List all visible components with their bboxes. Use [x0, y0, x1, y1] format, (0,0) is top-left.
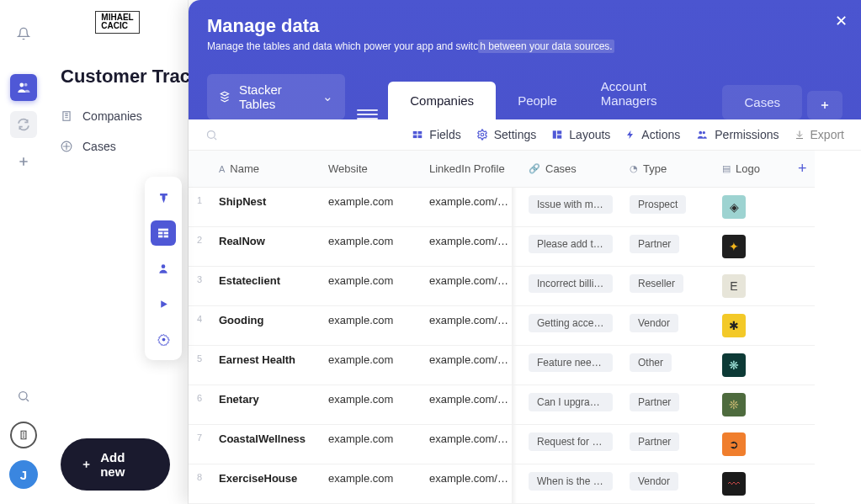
cell-logo[interactable]: 〰 [714, 464, 789, 504]
tool-brush-icon[interactable] [151, 185, 176, 210]
cell-logo[interactable]: ✦ [714, 227, 789, 267]
cell-type[interactable]: Partner [621, 425, 714, 464]
cell-name[interactable]: Enetary [210, 385, 320, 425]
nav-cases[interactable]: Cases [47, 131, 188, 162]
modal-subtitle: Manage the tables and data which power y… [207, 40, 842, 52]
tool-layouts[interactable]: Layouts [551, 128, 610, 141]
cell-name[interactable]: RealNow [210, 227, 320, 267]
cell-name[interactable]: ShipNest [210, 188, 320, 227]
col-logo[interactable]: ▤Logo [714, 151, 789, 188]
tab-cases[interactable]: Cases [722, 85, 802, 119]
col-cases[interactable]: 🔗Cases [520, 151, 621, 188]
cell-website[interactable]: example.com [320, 425, 421, 464]
cell-linkedin[interactable]: example.com/enetary [421, 385, 520, 425]
tool-permissions[interactable]: Permissions [695, 128, 779, 141]
close-icon[interactable]: ✕ [835, 12, 848, 30]
cell-logo[interactable]: E [714, 267, 789, 306]
cell-logo[interactable]: ◈ [714, 188, 789, 227]
cell-logo[interactable]: ❊ [714, 385, 789, 425]
row-number: 7 [189, 425, 210, 464]
cell-case[interactable]: Getting access to beta [520, 306, 621, 346]
cell-website[interactable]: example.com [320, 188, 421, 227]
cell-linkedin[interactable]: example.com/exercisehouse [421, 464, 520, 504]
svg-point-11 [162, 264, 166, 268]
cell-logo[interactable]: ➲ [714, 425, 789, 464]
tool-actions[interactable]: Actions [625, 128, 680, 141]
cell-case[interactable]: Request for information [520, 425, 621, 464]
cell-empty [789, 267, 815, 306]
sync-app-icon[interactable] [10, 111, 37, 138]
search-global-icon[interactable] [10, 383, 37, 410]
add-column-button[interactable]: + [789, 151, 815, 188]
col-type[interactable]: ◔Type [621, 151, 714, 188]
cell-website[interactable]: example.com [320, 306, 421, 346]
cell-linkedin[interactable]: example.com/shipnest [421, 188, 520, 227]
cell-linkedin[interactable]: example.com/earnesthealth [421, 346, 520, 385]
tab-account-managers[interactable]: Account Managers [579, 67, 718, 119]
cell-case[interactable]: Please add this feature [520, 227, 621, 267]
tool-fields[interactable]: Fields [412, 128, 460, 141]
cell-case[interactable]: Incorrect billing information [520, 267, 621, 306]
cell-type[interactable]: Reseller [621, 267, 714, 306]
tool-play-icon[interactable] [151, 291, 176, 316]
cell-type[interactable]: Other [621, 346, 714, 385]
add-app-icon[interactable] [10, 148, 37, 175]
bell-icon[interactable] [10, 20, 37, 47]
tool-settings[interactable]: Settings [476, 128, 537, 141]
tables-source-selector[interactable]: Stacker Tables ⌄ [207, 74, 345, 119]
cell-logo[interactable]: ❋ [714, 346, 789, 385]
user-avatar[interactable]: J [9, 460, 38, 489]
row-number: 3 [189, 267, 210, 306]
svg-rect-6 [158, 229, 168, 231]
tool-table-icon[interactable] [151, 220, 176, 246]
tool-gear-icon[interactable] [151, 326, 176, 352]
nav-companies-label: Companies [82, 109, 142, 123]
cell-linkedin[interactable]: example.com/realnow [421, 227, 520, 267]
add-tab-button[interactable] [807, 91, 842, 119]
cell-case[interactable]: When is the new release [520, 464, 621, 504]
nav-companies[interactable]: Companies [47, 101, 188, 131]
cell-type[interactable]: Vendor [621, 464, 714, 504]
row-number: 1 [189, 188, 210, 227]
cell-website[interactable]: example.com [320, 385, 421, 425]
cell-website[interactable]: example.com [320, 267, 421, 306]
nav-cases-label: Cases [82, 140, 116, 153]
svg-point-22 [699, 131, 703, 135]
add-new-button[interactable]: Add new [61, 438, 170, 491]
cell-linkedin[interactable]: example.com/estateclient [421, 267, 520, 306]
cell-website[interactable]: example.com [320, 464, 421, 504]
cell-name[interactable]: Estateclient [210, 267, 320, 306]
people-app-icon[interactable] [10, 74, 37, 101]
cell-logo[interactable]: ✱ [714, 306, 789, 346]
svg-rect-10 [164, 236, 168, 238]
cell-type[interactable]: Prospect [621, 188, 714, 227]
tab-companies[interactable]: Companies [388, 82, 496, 119]
cell-linkedin[interactable]: example.com/gooding [421, 306, 520, 346]
cell-case[interactable]: Feature needed for compliance [520, 346, 621, 385]
tool-person-icon[interactable] [151, 256, 176, 281]
col-website[interactable]: Website [320, 151, 421, 188]
tab-people[interactable]: People [496, 82, 579, 119]
cell-name[interactable]: Gooding [210, 306, 320, 346]
menu-icon[interactable] [357, 109, 378, 119]
cell-type[interactable]: Partner [621, 227, 714, 267]
cell-type[interactable]: Vendor [621, 306, 714, 346]
cell-empty [789, 188, 815, 227]
cell-name[interactable]: Earnest Health [210, 346, 320, 385]
cell-name[interactable]: ExerciseHouse [210, 464, 320, 504]
cell-website[interactable]: example.com [320, 227, 421, 267]
col-name[interactable]: AName [210, 151, 320, 188]
cell-case[interactable]: Can I upgrade my account [520, 385, 621, 425]
tool-export[interactable]: Export [795, 128, 844, 141]
cell-empty [789, 464, 815, 504]
cell-type[interactable]: Partner [621, 385, 714, 425]
cell-case[interactable]: Issue with my account [520, 188, 621, 227]
svg-point-0 [19, 83, 24, 88]
search-icon[interactable] [205, 129, 218, 141]
cell-linkedin[interactable]: example.com/coastalwellness [421, 425, 520, 464]
svg-rect-7 [158, 232, 162, 235]
cell-name[interactable]: CoastalWellness [210, 425, 320, 464]
col-linkedin[interactable]: LinkedIn Profile [421, 151, 520, 188]
cell-website[interactable]: example.com [320, 346, 421, 385]
org-icon[interactable] [10, 422, 37, 448]
